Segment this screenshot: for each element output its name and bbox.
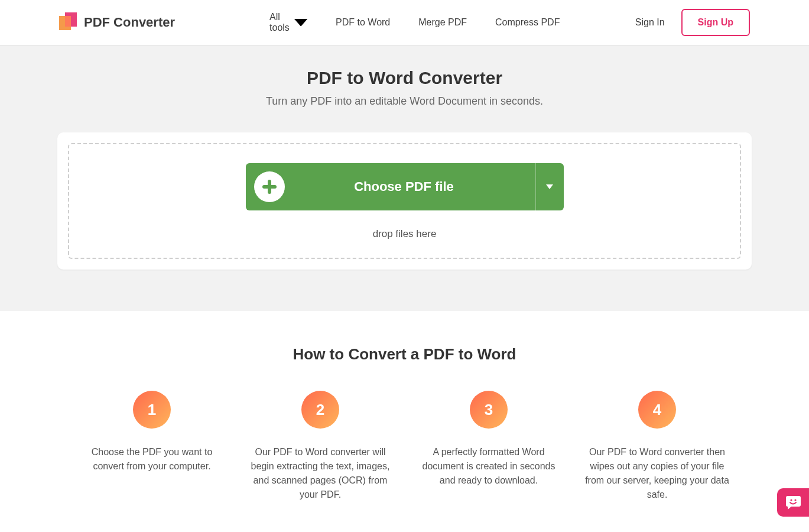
step-2: 2 Our PDF to Word converter will begin e… — [245, 391, 396, 502]
step-badge: 4 — [638, 391, 676, 429]
chat-widget-button[interactable] — [777, 488, 809, 517]
svg-marker-3 — [294, 19, 307, 27]
step-3: 3 A perfectly formatted Word document is… — [414, 391, 564, 502]
step-desc: Our PDF to Word converter will begin ext… — [245, 445, 396, 502]
nav-compress-pdf[interactable]: Compress PDF — [495, 17, 560, 28]
sign-up-button[interactable]: Sign Up — [681, 9, 750, 36]
drop-hint: drop files here — [69, 228, 740, 240]
dropzone[interactable]: Choose PDF file drop files here — [68, 143, 741, 259]
auth-area: Sign In Sign Up — [635, 9, 750, 36]
choose-file-dropdown[interactable] — [535, 163, 564, 210]
nav-all-tools[interactable]: All tools — [269, 12, 307, 33]
nav-merge-pdf[interactable]: Merge PDF — [418, 17, 467, 28]
caret-down-icon — [546, 184, 553, 189]
brand[interactable]: PDF Converter — [59, 12, 175, 33]
steps-row: 1 Choose the PDF you want to convert fro… — [59, 391, 750, 502]
upload-card: Choose PDF file drop files here — [57, 132, 752, 270]
choose-file-button[interactable]: Choose PDF file — [246, 163, 535, 210]
step-4: 4 Our PDF to Word converter then wipes o… — [582, 391, 733, 502]
brand-name: PDF Converter — [84, 15, 175, 30]
step-1: 1 Choose the PDF you want to convert fro… — [77, 391, 228, 502]
main-nav: All tools PDF to Word Merge PDF Compress… — [269, 12, 560, 33]
plus-icon — [254, 171, 285, 202]
page-title: PDF to Word Converter — [0, 68, 809, 88]
svg-rect-5 — [262, 185, 277, 189]
caret-down-icon — [294, 19, 307, 27]
svg-marker-6 — [546, 184, 553, 189]
howto-title: How to Convert a PDF to Word — [59, 345, 750, 364]
svg-point-8 — [794, 499, 796, 501]
step-badge: 3 — [470, 391, 508, 429]
sign-in-link[interactable]: Sign In — [635, 17, 665, 28]
choose-file-label: Choose PDF file — [285, 179, 535, 194]
hero-section: PDF to Word Converter Turn any PDF into … — [0, 46, 809, 311]
step-desc: Our PDF to Word converter then wipes out… — [582, 445, 733, 502]
brand-logo-icon — [59, 12, 77, 33]
svg-rect-2 — [65, 16, 71, 27]
svg-point-7 — [790, 499, 792, 501]
step-desc: A perfectly formatted Word document is c… — [414, 445, 564, 488]
nav-pdf-to-word[interactable]: PDF to Word — [336, 17, 390, 28]
howto-section: How to Convert a PDF to Word 1 Choose th… — [0, 311, 809, 525]
nav-all-tools-label: All tools — [269, 12, 290, 33]
header: PDF Converter All tools PDF to Word Merg… — [0, 0, 809, 46]
page-subtitle: Turn any PDF into an editable Word Docum… — [0, 95, 809, 108]
step-badge: 1 — [133, 391, 171, 429]
step-badge: 2 — [301, 391, 339, 429]
step-desc: Choose the PDF you want to convert from … — [77, 445, 228, 473]
chat-smile-icon — [785, 495, 801, 510]
